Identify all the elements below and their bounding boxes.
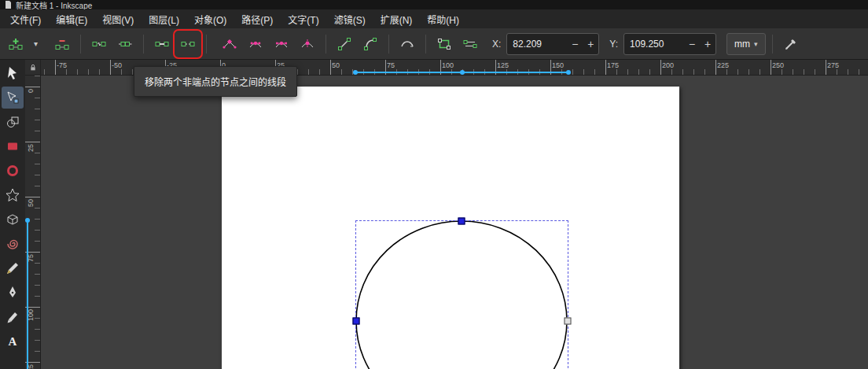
ruler-tick-label: 150 xyxy=(552,61,564,69)
box3d-tool[interactable] xyxy=(2,208,24,231)
ruler-tick-label: 125 xyxy=(497,61,509,69)
curve-segment-button[interactable] xyxy=(395,32,419,56)
delete-segment-button[interactable] xyxy=(176,32,200,56)
svg-text:A: A xyxy=(9,335,17,348)
unit-selector[interactable]: mm ▾ xyxy=(726,33,766,55)
menu-path[interactable]: 路径(P) xyxy=(234,10,280,28)
selector-tool[interactable] xyxy=(2,62,24,84)
marker-dot xyxy=(566,70,571,75)
join-with-segment-button[interactable] xyxy=(150,32,174,56)
document-icon xyxy=(5,1,12,9)
ruler-tick-label: -50 xyxy=(112,61,122,69)
vruler-selection-marker xyxy=(27,220,28,369)
y-coordinate-label: Y: xyxy=(609,39,618,50)
menu-text[interactable]: 文字(T) xyxy=(281,10,326,28)
make-line-button[interactable] xyxy=(333,32,356,56)
ruler-tick-label: 75 xyxy=(387,61,395,69)
y-decrement-button[interactable]: − xyxy=(684,34,700,54)
ruler-corner[interactable] xyxy=(25,60,41,76)
y-increment-button[interactable]: + xyxy=(700,34,715,54)
path-node[interactable] xyxy=(353,318,360,325)
ruler-tick-label: -75 xyxy=(57,61,67,69)
ruler-tick-label: 25 xyxy=(27,144,35,152)
ellipse-tool[interactable] xyxy=(2,160,24,182)
auto-node-button[interactable] xyxy=(296,32,319,56)
hruler-selection-marker xyxy=(355,72,568,73)
ruler-tick-label: 0 xyxy=(27,89,35,93)
menu-help[interactable]: 帮助(H) xyxy=(420,10,466,28)
title-bar: 新建文档 1 - Inkscape xyxy=(0,0,868,9)
node-toolbar: ▾ xyxy=(0,28,868,60)
pencil-icon xyxy=(5,260,20,276)
toolbar-separator xyxy=(772,35,773,54)
x-decrement-button[interactable]: − xyxy=(567,34,583,54)
ruler-tick-label: 175 xyxy=(607,61,619,69)
menu-view[interactable]: 视图(V) xyxy=(95,10,141,28)
tool-box: A xyxy=(0,60,25,369)
pen-tool[interactable] xyxy=(2,282,24,304)
ruler-tick-label: 50 xyxy=(27,199,35,207)
make-curve-button[interactable] xyxy=(359,32,382,56)
x-coordinate-spinbox: − + xyxy=(506,33,599,55)
vertical-ruler[interactable]: 0255075100125 xyxy=(25,76,41,369)
insert-node-options-caret[interactable]: ▾ xyxy=(30,32,42,56)
menu-object[interactable]: 对象(O) xyxy=(187,10,234,28)
make-curve-icon xyxy=(363,37,377,51)
menu-edit[interactable]: 编辑(E) xyxy=(49,10,94,28)
menu-layer[interactable]: 图层(L) xyxy=(142,10,186,28)
rectangle-icon xyxy=(5,138,20,154)
toolbar-separator xyxy=(326,35,326,54)
spiral-icon xyxy=(5,236,20,252)
toolbar-separator xyxy=(206,35,207,54)
pencil-tool[interactable] xyxy=(2,257,24,279)
text-tool[interactable]: A xyxy=(2,330,24,352)
menu-bar: 文件(F) 编辑(E) 视图(V) 图层(L) 对象(O) 路径(P) 文字(T… xyxy=(0,9,868,28)
node-editor-icon xyxy=(5,90,20,105)
x-coordinate-input[interactable] xyxy=(507,39,567,50)
ruler-tick-label: 275 xyxy=(827,61,839,69)
text-icon: A xyxy=(5,334,20,349)
shape-builder-tool[interactable] xyxy=(2,111,24,133)
delete-node-button[interactable] xyxy=(50,32,74,56)
join-nodes-button[interactable] xyxy=(113,32,137,56)
menu-extensions[interactable]: 扩展(N) xyxy=(373,10,420,28)
box3d-icon xyxy=(5,212,20,227)
node-tool[interactable] xyxy=(2,87,24,109)
toolbar-separator xyxy=(80,35,81,54)
spiral-tool[interactable] xyxy=(2,233,24,255)
join-nodes-icon xyxy=(118,37,132,51)
x-increment-button[interactable]: + xyxy=(583,34,598,54)
show-transform-handles-button[interactable] xyxy=(779,32,803,56)
object-to-path-button[interactable] xyxy=(432,32,456,56)
calligraphy-icon xyxy=(5,309,20,325)
stroke-to-path-button[interactable] xyxy=(458,32,482,56)
auto-node-icon xyxy=(300,37,314,51)
delete-segment-icon xyxy=(181,37,195,51)
lock-icon xyxy=(28,63,38,72)
break-path-button[interactable] xyxy=(87,32,111,56)
calligraphy-tool[interactable] xyxy=(2,306,24,328)
ruler-tick-label: 100 xyxy=(442,61,454,69)
y-coordinate-input[interactable] xyxy=(624,39,684,50)
object-to-path-icon xyxy=(437,37,451,51)
delete-node-icon xyxy=(55,37,69,51)
canvas[interactable] xyxy=(41,76,868,369)
tooltip-text: 移除两个非端点的节点之间的线段 xyxy=(145,77,286,88)
menu-file[interactable]: 文件(F) xyxy=(3,10,48,28)
insert-node-button[interactable] xyxy=(4,32,28,56)
path-node[interactable] xyxy=(565,318,572,325)
toolbar-separator xyxy=(143,35,144,54)
rectangle-tool[interactable] xyxy=(2,135,24,157)
smooth-node-button[interactable] xyxy=(244,32,267,56)
star-tool[interactable] xyxy=(2,184,24,206)
path-node[interactable] xyxy=(458,218,465,225)
make-line-icon xyxy=(337,37,351,51)
corner-node-button[interactable] xyxy=(218,32,241,56)
marker-dot xyxy=(353,70,358,75)
toolbar-separator xyxy=(425,35,426,54)
menu-filters[interactable]: 滤镜(S) xyxy=(327,10,373,28)
stroke-to-path-icon xyxy=(463,37,477,51)
symmetric-node-button[interactable] xyxy=(270,32,293,56)
curve-segment-icon xyxy=(400,37,414,51)
pen-icon xyxy=(5,285,20,301)
